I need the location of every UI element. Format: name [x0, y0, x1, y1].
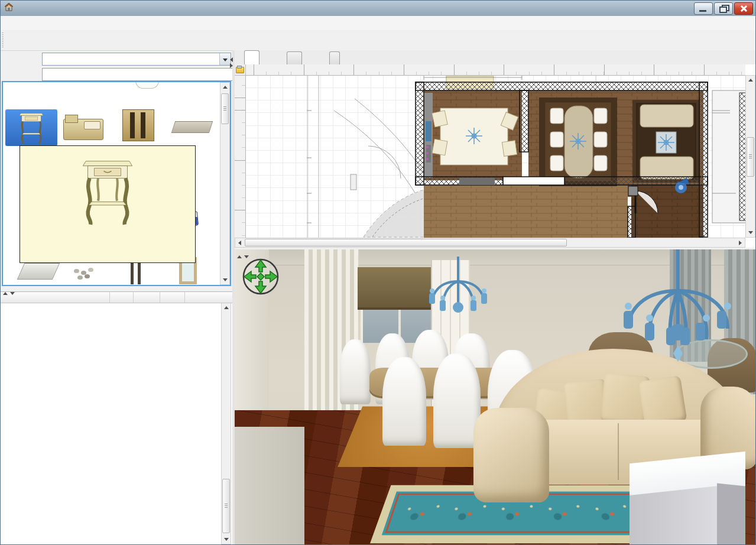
- splitter-collapse-right-icon[interactable]: [230, 60, 233, 70]
- toolbar-grip[interactable]: [2, 33, 4, 48]
- plan-canvas[interactable]: [245, 75, 745, 238]
- splitter-collapse-down-icon[interactable]: [10, 287, 15, 297]
- plan-horizontal-scrollbar[interactable]: [235, 238, 745, 248]
- navigation-compass[interactable]: [242, 258, 280, 296]
- column-header-height[interactable]: [160, 292, 185, 303]
- chandelier-3d: [589, 249, 755, 415]
- nightstand-thumb: [15, 111, 47, 145]
- column-header-visible[interactable]: [185, 292, 218, 303]
- plan-view[interactable]: [235, 64, 755, 248]
- ottoman-side-3d: [717, 483, 745, 544]
- tab-level-1[interactable]: [287, 51, 302, 65]
- plan-vscrollbar-thumb[interactable]: [747, 137, 754, 177]
- toolbar: [1, 30, 755, 51]
- wall-base-3d: [235, 427, 304, 544]
- furniture-catalog[interactable]: [2, 81, 231, 286]
- add-level-tab[interactable]: [329, 51, 340, 65]
- category-select[interactable]: [42, 53, 231, 66]
- catalog-item-thumb[interactable]: [135, 81, 159, 89]
- furniture-list: [1, 291, 232, 544]
- plan-drawing: [245, 75, 747, 238]
- combo-arrow-icon[interactable]: [219, 53, 231, 65]
- application-window: [0, 0, 756, 545]
- catalog-item-thumb[interactable]: [122, 109, 154, 141]
- catalog-selected-item[interactable]: [5, 109, 57, 146]
- splitter-collapse-down-icon[interactable]: [244, 250, 249, 261]
- close-button[interactable]: [734, 2, 753, 15]
- plan-lock-icon[interactable]: [235, 64, 246, 76]
- search-input[interactable]: [42, 68, 236, 81]
- title-bar[interactable]: [1, 1, 755, 17]
- minimize-button[interactable]: [694, 2, 713, 15]
- restore-button[interactable]: [714, 2, 733, 15]
- catalog-item-thumb[interactable]: [73, 267, 96, 278]
- catalog-scrollbar[interactable]: [220, 82, 230, 285]
- menu-bar: [1, 16, 755, 31]
- chandelier-3d: [405, 257, 511, 345]
- column-header-width[interactable]: [110, 292, 134, 303]
- splitter-collapse-up-icon[interactable]: [3, 287, 8, 297]
- view-3d[interactable]: [235, 249, 755, 544]
- tooltip-furniture-image: [79, 155, 136, 226]
- plan-horizontal-ruler: [245, 64, 745, 76]
- level-tabs: [235, 50, 755, 65]
- sofa-arm-3d: [473, 408, 549, 502]
- furniture-list-scrollbar-thumb[interactable]: [222, 479, 230, 533]
- column-header-depth[interactable]: [134, 292, 160, 303]
- dining-chair-3d: [340, 339, 371, 404]
- tab-level-0[interactable]: [244, 50, 259, 65]
- ottoman-front-3d: [630, 486, 718, 544]
- catalog-item-thumb[interactable]: [128, 259, 144, 284]
- furniture-list-scrollbar[interactable]: [221, 303, 231, 544]
- catalog-item-thumb[interactable]: [171, 121, 213, 133]
- plan-vertical-scrollbar[interactable]: [745, 75, 755, 238]
- catalog-item-thumb[interactable]: [63, 119, 103, 140]
- plan-vertical-ruler: [235, 75, 246, 238]
- plan-hscrollbar-thumb[interactable]: [245, 239, 567, 246]
- catalog-scrollbar-thumb[interactable]: [221, 93, 229, 124]
- catalog-tooltip: [20, 145, 196, 263]
- dining-chair-3d: [382, 357, 426, 446]
- column-header-name[interactable]: [1, 292, 110, 303]
- furniture-list-header[interactable]: [1, 292, 232, 303]
- catalog-item-thumb[interactable]: [17, 263, 60, 280]
- app-icon: [4, 2, 14, 14]
- splitter-collapse-up-icon[interactable]: [237, 250, 242, 261]
